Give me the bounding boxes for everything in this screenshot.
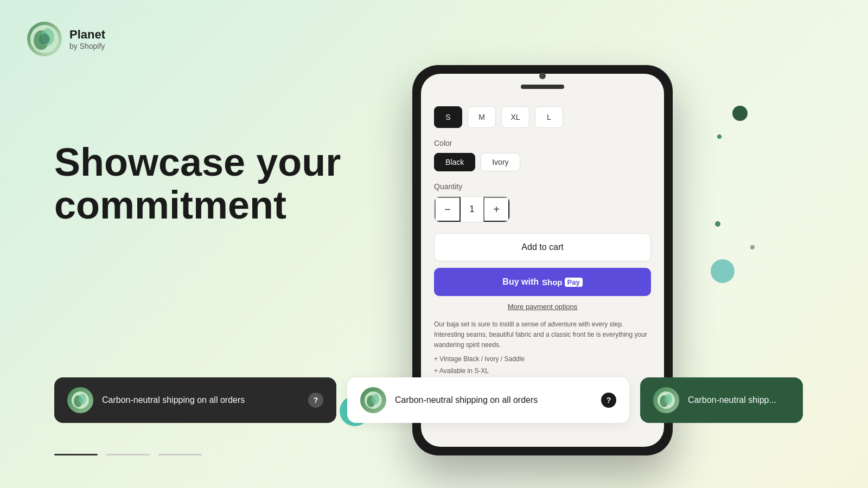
more-payment-options-link[interactable]: More payment options bbox=[434, 303, 651, 311]
carbon-neutral-banner-dark: Carbon-neutral shipping on all orders ? bbox=[54, 377, 336, 423]
banner-question-light[interactable]: ? bbox=[601, 393, 616, 408]
quantity-control: − 1 + bbox=[434, 196, 510, 222]
deco-dot-2 bbox=[717, 134, 722, 139]
header: Planet by Shopify bbox=[27, 22, 105, 56]
quantity-decrease-button[interactable]: − bbox=[435, 197, 461, 222]
banner-icon-green bbox=[653, 387, 679, 413]
phone-camera bbox=[539, 73, 546, 79]
banners-row: Carbon-neutral shipping on all orders ? … bbox=[0, 377, 868, 423]
size-xl-button[interactable]: XL bbox=[501, 106, 529, 128]
color-ivory-button[interactable]: Ivory bbox=[481, 153, 520, 171]
banner-text-light: Carbon-neutral shipping on all orders bbox=[395, 395, 592, 405]
progress-dot-2[interactable] bbox=[106, 454, 150, 455]
product-description: Our baja set is sure to instill a sense … bbox=[434, 319, 651, 351]
quantity-increase-button[interactable]: + bbox=[483, 197, 509, 222]
quantity-label: Quantity bbox=[434, 182, 651, 191]
product-detail-1: + Vintage Black / Ivory / Saddle bbox=[434, 355, 651, 363]
color-label: Color bbox=[434, 139, 651, 147]
progress-dot-1[interactable] bbox=[54, 454, 98, 455]
svg-point-6 bbox=[79, 394, 86, 404]
size-selector: S M XL L bbox=[434, 106, 651, 128]
deco-dot-3 bbox=[715, 221, 720, 227]
banner-icon-dark bbox=[67, 387, 93, 413]
brand-tagline: by Shopify bbox=[69, 42, 105, 50]
svg-point-9 bbox=[372, 394, 379, 404]
color-selector: Black Ivory bbox=[434, 153, 651, 171]
product-detail-2: + Available in S-XL bbox=[434, 367, 651, 375]
banner-question-dark[interactable]: ? bbox=[308, 393, 323, 408]
color-black-button[interactable]: Black bbox=[434, 153, 475, 171]
add-to-cart-button[interactable]: Add to cart bbox=[434, 233, 651, 261]
carbon-neutral-banner-green: Carbon-neutral shipp... bbox=[640, 377, 803, 423]
shop-pay-logo: ShopPay bbox=[542, 278, 583, 287]
banner-icon-light bbox=[360, 387, 386, 413]
deco-dot-1 bbox=[732, 106, 748, 121]
hero-section: Showcase your commitment bbox=[54, 141, 380, 227]
quantity-value: 1 bbox=[461, 204, 483, 214]
progress-dot-3[interactable] bbox=[158, 454, 202, 455]
hero-title: Showcase your commitment bbox=[54, 141, 380, 227]
logo-text: Planet by Shopify bbox=[69, 28, 105, 50]
svg-point-12 bbox=[665, 394, 672, 404]
buy-now-button[interactable]: Buy with ShopPay bbox=[434, 268, 651, 296]
banner-text-green: Carbon-neutral shipp... bbox=[688, 395, 790, 405]
size-s-button[interactable]: S bbox=[434, 106, 462, 128]
size-l-button[interactable]: L bbox=[535, 106, 563, 128]
brand-name: Planet bbox=[69, 28, 105, 42]
logo-icon bbox=[27, 22, 62, 56]
deco-dot-5 bbox=[711, 259, 735, 283]
banner-text-dark: Carbon-neutral shipping on all orders bbox=[102, 395, 299, 405]
deco-dot-4 bbox=[750, 245, 755, 249]
size-m-button[interactable]: M bbox=[468, 106, 496, 128]
carbon-neutral-banner-light: Carbon-neutral shipping on all orders ? bbox=[347, 377, 629, 423]
progress-indicator bbox=[54, 454, 202, 455]
phone-notch bbox=[521, 85, 564, 89]
svg-point-3 bbox=[39, 34, 50, 44]
